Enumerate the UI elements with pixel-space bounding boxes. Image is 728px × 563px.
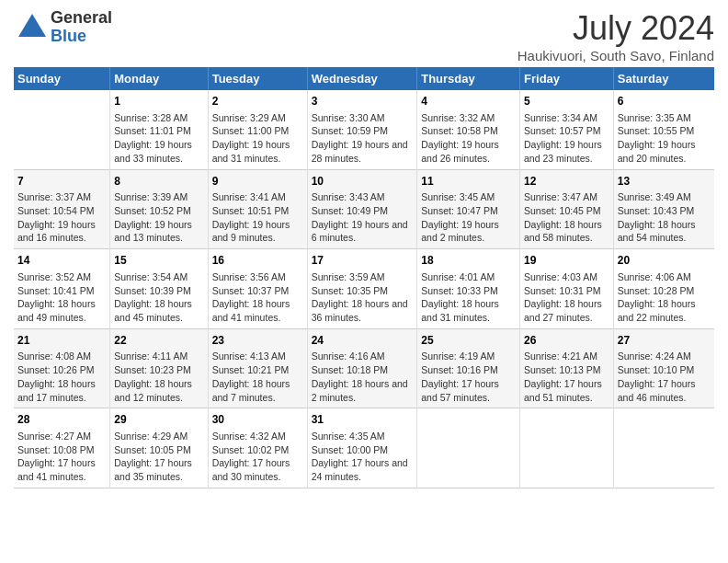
sunrise-text: Sunrise: 4:06 AM [618,271,691,282]
sunrise-text: Sunrise: 4:11 AM [114,350,188,362]
sunrise-text: Sunrise: 4:13 AM [212,350,286,362]
cell-content: Sunrise: 4:16 AMSunset: 10:18 PMDaylight… [312,350,414,404]
daylight-text: Daylight: 19 hours and 33 minutes. [114,139,192,164]
daylight-text: Daylight: 19 hours and 31 minutes. [212,139,290,164]
sunset-text: Sunset: 10:55 PM [618,125,694,136]
calendar-cell [417,408,520,488]
calendar-cell: 12Sunrise: 3:47 AMSunset: 10:45 PMDaylig… [520,169,614,249]
cell-content: Sunrise: 4:27 AMSunset: 10:08 PMDaylight… [17,430,106,484]
daylight-text: Daylight: 19 hours and 9 minutes. [212,219,290,244]
page-header: General Blue July 2024 Haukivuori, South… [14,9,714,63]
sunrise-text: Sunrise: 3:30 AM [312,112,385,123]
calendar-cell [613,408,714,488]
sunrise-text: Sunrise: 3:54 AM [114,271,188,282]
cell-content: Sunrise: 3:28 AMSunset: 11:01 PMDaylight… [114,111,203,166]
sunset-text: Sunset: 11:01 PM [114,125,190,136]
daylight-text: Daylight: 18 hours and 31 minutes. [421,298,499,323]
calendar-cell: 20Sunrise: 4:06 AMSunset: 10:28 PMDaylig… [613,249,714,329]
calendar-cell: 31Sunrise: 4:35 AMSunset: 10:00 PMDaylig… [307,408,417,488]
sunrise-text: Sunrise: 3:47 AM [524,191,597,202]
daylight-text: Daylight: 19 hours and 20 minutes. [618,139,696,164]
cell-content: Sunrise: 4:11 AMSunset: 10:23 PMDaylight… [114,350,203,404]
day-number: 23 [212,333,303,349]
calendar-cell: 4Sunrise: 3:32 AMSunset: 10:58 PMDayligh… [417,90,520,169]
sunset-text: Sunset: 11:00 PM [212,125,289,136]
cell-content: Sunrise: 4:21 AMSunset: 10:13 PMDaylight… [524,350,609,404]
daylight-text: Daylight: 17 hours and 57 minutes. [421,378,499,403]
sunset-text: Sunset: 10:02 PM [212,444,289,455]
calendar-cell: 29Sunrise: 4:29 AMSunset: 10:05 PMDaylig… [110,408,208,488]
calendar-cell: 18Sunrise: 4:01 AMSunset: 10:33 PMDaylig… [417,249,520,329]
daylight-text: Daylight: 17 hours and 51 minutes. [524,378,602,403]
day-number: 19 [524,253,609,269]
day-number: 18 [421,253,516,269]
cell-content: Sunrise: 3:37 AMSunset: 10:54 PMDaylight… [17,190,106,245]
calendar-week-row: 21Sunrise: 4:08 AMSunset: 10:26 PMDaylig… [14,328,714,408]
sunrise-text: Sunrise: 3:28 AM [114,112,188,123]
day-number: 24 [312,333,414,349]
calendar-week-row: 14Sunrise: 3:52 AMSunset: 10:41 PMDaylig… [14,249,714,329]
sunset-text: Sunset: 10:57 PM [524,125,600,136]
day-number: 10 [312,174,414,190]
daylight-text: Daylight: 18 hours and 22 minutes. [618,298,696,323]
day-number: 15 [114,253,203,269]
cell-content: Sunrise: 3:56 AMSunset: 10:37 PMDaylight… [212,270,303,325]
cell-content: Sunrise: 4:01 AMSunset: 10:33 PMDaylight… [421,270,516,325]
daylight-text: Daylight: 18 hours and 17 minutes. [17,378,96,403]
logo-blue: Blue [51,28,112,46]
sunset-text: Sunset: 10:59 PM [312,125,388,136]
calendar-cell: 11Sunrise: 3:45 AMSunset: 10:47 PMDaylig… [417,169,520,249]
cell-content: Sunrise: 3:49 AMSunset: 10:43 PMDaylight… [618,190,711,245]
cell-content: Sunrise: 3:32 AMSunset: 10:58 PMDaylight… [421,111,516,166]
sunset-text: Sunset: 10:43 PM [618,205,694,216]
calendar-cell: 14Sunrise: 3:52 AMSunset: 10:41 PMDaylig… [14,249,110,329]
calendar-cell: 26Sunrise: 4:21 AMSunset: 10:13 PMDaylig… [520,328,614,408]
cell-content: Sunrise: 4:35 AMSunset: 10:00 PMDaylight… [312,430,414,484]
daylight-text: Daylight: 19 hours and 16 minutes. [17,219,96,244]
cell-content: Sunrise: 3:35 AMSunset: 10:55 PMDaylight… [618,111,711,166]
calendar-cell: 16Sunrise: 3:56 AMSunset: 10:37 PMDaylig… [208,249,307,329]
sunrise-text: Sunrise: 3:52 AM [17,271,91,282]
logo-general: General [51,9,112,28]
calendar-cell: 19Sunrise: 4:03 AMSunset: 10:31 PMDaylig… [520,249,614,329]
sunrise-text: Sunrise: 3:34 AM [524,112,597,123]
day-number: 3 [312,94,414,109]
cell-content: Sunrise: 4:13 AMSunset: 10:21 PMDaylight… [212,350,303,404]
calendar-cell: 22Sunrise: 4:11 AMSunset: 10:23 PMDaylig… [110,328,208,408]
day-number: 7 [17,174,106,190]
sunset-text: Sunset: 10:21 PM [212,364,289,375]
calendar-cell: 28Sunrise: 4:27 AMSunset: 10:08 PMDaylig… [14,408,110,488]
day-number: 8 [114,174,203,190]
logo: General Blue [14,9,112,46]
sunrise-text: Sunrise: 3:56 AM [212,271,286,282]
calendar-week-row: 28Sunrise: 4:27 AMSunset: 10:08 PMDaylig… [14,408,714,488]
calendar-cell: 27Sunrise: 4:24 AMSunset: 10:10 PMDaylig… [613,328,714,408]
header-wednesday: Wednesday [307,67,417,90]
header-saturday: Saturday [613,67,714,90]
day-number: 1 [114,94,203,109]
day-number: 6 [618,94,711,109]
sunset-text: Sunset: 10:08 PM [17,444,94,455]
day-number: 22 [114,333,203,349]
calendar-cell: 17Sunrise: 3:59 AMSunset: 10:35 PMDaylig… [307,249,417,329]
daylight-text: Daylight: 18 hours and 41 minutes. [212,298,290,323]
cell-content: Sunrise: 3:59 AMSunset: 10:35 PMDaylight… [312,270,414,325]
calendar-cell: 2Sunrise: 3:29 AMSunset: 11:00 PMDayligh… [208,90,307,169]
sunrise-text: Sunrise: 3:59 AM [312,271,385,282]
daylight-text: Daylight: 17 hours and 35 minutes. [114,457,192,482]
cell-content: Sunrise: 3:52 AMSunset: 10:41 PMDaylight… [17,270,106,325]
sunrise-text: Sunrise: 4:01 AM [421,271,495,282]
day-number: 13 [618,174,711,190]
calendar-cell: 7Sunrise: 3:37 AMSunset: 10:54 PMDayligh… [14,169,110,249]
sunrise-text: Sunrise: 4:16 AM [312,350,385,362]
calendar-cell: 8Sunrise: 3:39 AMSunset: 10:52 PMDayligh… [110,169,208,249]
calendar-cell: 23Sunrise: 4:13 AMSunset: 10:21 PMDaylig… [208,328,307,408]
daylight-text: Daylight: 17 hours and 41 minutes. [17,457,96,482]
calendar-cell [520,408,614,488]
calendar-cell: 21Sunrise: 4:08 AMSunset: 10:26 PMDaylig… [14,328,110,408]
day-number: 12 [524,174,609,190]
daylight-text: Daylight: 17 hours and 24 minutes. [312,457,408,482]
daylight-text: Daylight: 19 hours and 6 minutes. [312,219,408,244]
daylight-text: Daylight: 17 hours and 46 minutes. [618,378,696,403]
day-number: 9 [212,174,303,190]
